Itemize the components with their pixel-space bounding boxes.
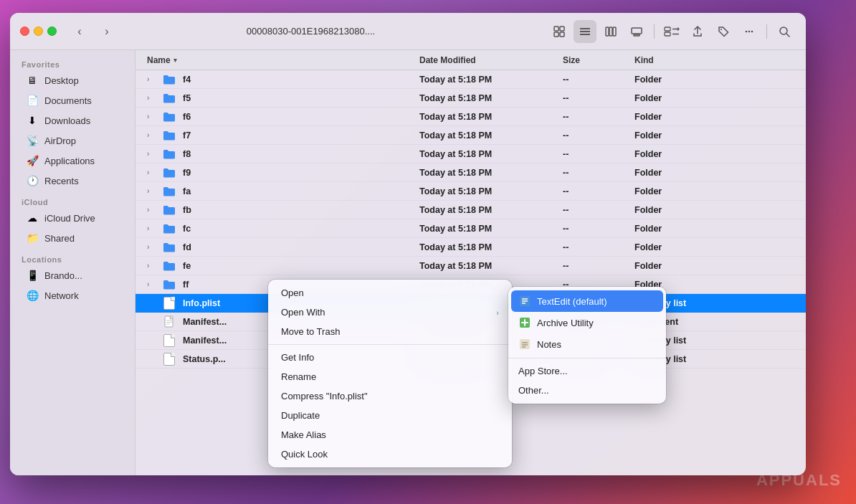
file-expand[interactable]: › bbox=[147, 262, 157, 270]
icloud-title: iCloud bbox=[10, 194, 135, 208]
sidebar-item-recents[interactable]: 🕐 Recents bbox=[14, 171, 130, 191]
table-row[interactable]: › f7 Today at 5:18 PM -- Folder bbox=[135, 126, 806, 145]
file-name-cell: › f7 bbox=[147, 129, 419, 142]
svg-point-16 bbox=[721, 29, 722, 30]
menu-item-duplicate[interactable]: Duplicate bbox=[268, 406, 512, 425]
file-kind: Folder bbox=[634, 112, 794, 122]
file-name-cell: › fd bbox=[147, 241, 419, 254]
submenu-item-archive-utility[interactable]: Archive Utility bbox=[508, 312, 666, 333]
sidebar-item-shared[interactable]: 📁 Shared bbox=[14, 228, 130, 248]
context-menu: Open Open With › Move to Trash Get Info … bbox=[268, 280, 512, 467]
file-expand[interactable]: › bbox=[147, 75, 157, 83]
menu-item-make-alias[interactable]: Make Alias bbox=[268, 425, 512, 444]
folder-icon bbox=[163, 148, 176, 161]
sidebar-item-downloads[interactable]: ⬇ Downloads bbox=[14, 110, 130, 130]
menu-item-get-info[interactable]: Get Info bbox=[268, 348, 512, 367]
view-grid-icon[interactable] bbox=[548, 20, 571, 43]
svg-point-19 bbox=[751, 30, 753, 32]
close-button[interactable] bbox=[20, 27, 29, 36]
column-date[interactable]: Date Modified bbox=[419, 55, 563, 65]
folder-icon bbox=[163, 278, 176, 291]
file-expand[interactable]: › bbox=[147, 243, 157, 251]
maximize-button[interactable] bbox=[47, 27, 57, 36]
table-row[interactable]: › f4 Today at 5:18 PM -- Folder bbox=[135, 70, 806, 89]
folder-icon bbox=[163, 260, 176, 272]
applications-icon: 🚀 bbox=[26, 154, 39, 167]
menu-item-quick-look[interactable]: Quick Look bbox=[268, 444, 512, 464]
table-row[interactable]: › f5 Today at 5:18 PM -- Folder bbox=[135, 89, 806, 108]
svg-rect-1 bbox=[560, 27, 564, 31]
view-columns-icon[interactable] bbox=[599, 20, 622, 43]
table-row[interactable]: › f8 Today at 5:18 PM -- Folder bbox=[135, 145, 806, 163]
file-list-container[interactable]: Name ▾ Date Modified Size Kind › bbox=[135, 50, 806, 475]
minimize-button[interactable] bbox=[34, 27, 43, 36]
view-list-icon[interactable] bbox=[574, 20, 596, 43]
menu-item-compress[interactable]: Compress "Info.plist" bbox=[268, 386, 512, 406]
column-name[interactable]: Name ▾ bbox=[147, 55, 419, 65]
column-size[interactable]: Size bbox=[563, 55, 634, 65]
table-row[interactable]: › f6 Today at 5:18 PM -- Folder bbox=[135, 108, 806, 126]
table-row[interactable]: › fe Today at 5:18 PM -- Folder bbox=[135, 257, 806, 275]
file-date: Today at 5:18 PM bbox=[419, 112, 563, 122]
file-name: Manifest... bbox=[183, 317, 227, 327]
sidebar-item-airdrop[interactable]: 📡 AirDrop bbox=[14, 130, 130, 151]
sidebar-section-icloud: iCloud ☁ iCloud Drive 📁 Shared bbox=[10, 194, 135, 248]
file-expand[interactable]: › bbox=[147, 206, 157, 214]
file-expand[interactable]: › bbox=[147, 113, 157, 120]
folder-icon bbox=[163, 222, 176, 235]
more-icon[interactable] bbox=[738, 20, 761, 43]
file-expand[interactable]: › bbox=[147, 224, 157, 232]
menu-item-rename[interactable]: Rename bbox=[268, 367, 512, 386]
sidebar-item-icloud-drive[interactable]: ☁ iCloud Drive bbox=[14, 208, 130, 228]
file-expand[interactable]: › bbox=[147, 150, 157, 158]
brando-icon: 📱 bbox=[26, 269, 39, 282]
sidebar-item-network[interactable]: 🌐 Network bbox=[14, 285, 130, 305]
file-date: Today at 5:18 PM bbox=[419, 149, 563, 159]
menu-item-open[interactable]: Open bbox=[268, 283, 512, 303]
menu-item-open-with[interactable]: Open With › bbox=[268, 303, 512, 322]
tag-icon[interactable] bbox=[712, 20, 735, 43]
file-name: fa bbox=[183, 186, 191, 196]
file-expand[interactable]: › bbox=[147, 168, 157, 176]
submenu-item-other[interactable]: Other... bbox=[508, 381, 666, 400]
sidebar-item-desktop[interactable]: 🖥 Desktop bbox=[14, 70, 130, 90]
file-expand[interactable]: › bbox=[147, 94, 157, 102]
folder-icon bbox=[163, 73, 176, 86]
file-size: -- bbox=[563, 93, 634, 103]
svg-rect-8 bbox=[609, 27, 612, 36]
file-size: -- bbox=[563, 224, 634, 234]
file-expand[interactable]: › bbox=[147, 131, 157, 139]
sidebar-item-brando[interactable]: 📱 Brando... bbox=[14, 265, 130, 285]
table-row[interactable]: › fc Today at 5:18 PM -- Folder bbox=[135, 219, 806, 238]
groupby-icon[interactable] bbox=[660, 20, 683, 43]
view-gallery-icon[interactable] bbox=[625, 20, 648, 43]
sidebar-item-applications[interactable]: 🚀 Applications bbox=[14, 151, 130, 171]
column-kind[interactable]: Kind bbox=[634, 55, 794, 65]
file-expand[interactable]: › bbox=[147, 187, 157, 195]
search-icon[interactable] bbox=[773, 20, 796, 43]
table-row[interactable]: › fd Today at 5:18 PM -- Folder bbox=[135, 238, 806, 257]
file-expand[interactable]: › bbox=[147, 280, 157, 288]
file-name: f7 bbox=[183, 130, 191, 141]
folder-icon bbox=[163, 92, 176, 105]
file-date: Today at 5:18 PM bbox=[419, 186, 563, 196]
table-row[interactable]: › f9 Today at 5:18 PM -- Folder bbox=[135, 163, 806, 182]
sidebar-item-documents[interactable]: 📄 Documents bbox=[14, 90, 130, 110]
table-row[interactable]: › fb Today at 5:18 PM -- Folder bbox=[135, 201, 806, 219]
submenu-item-textedit[interactable]: TextEdit (default) bbox=[511, 290, 663, 312]
file-size: -- bbox=[563, 261, 634, 271]
compress-label: Compress "Info.plist" bbox=[281, 391, 368, 401]
menu-item-move-trash[interactable]: Move to Trash bbox=[268, 322, 512, 341]
titlebar: ‹ › 00008030-001E1968213080.... bbox=[10, 13, 806, 50]
documents-label: Documents bbox=[44, 95, 92, 106]
file-size: -- bbox=[563, 112, 634, 122]
duplicate-label: Duplicate bbox=[281, 410, 320, 421]
svg-rect-3 bbox=[560, 32, 564, 37]
share-icon[interactable] bbox=[686, 20, 709, 43]
table-row[interactable]: › fa Today at 5:18 PM -- Folder bbox=[135, 182, 806, 201]
svg-rect-13 bbox=[665, 32, 670, 36]
icloud-drive-icon: ☁ bbox=[26, 211, 39, 224]
file-date: Today at 5:18 PM bbox=[419, 261, 563, 271]
submenu-item-app-store[interactable]: App Store... bbox=[508, 361, 666, 381]
submenu-item-notes[interactable]: Notes bbox=[508, 333, 666, 355]
